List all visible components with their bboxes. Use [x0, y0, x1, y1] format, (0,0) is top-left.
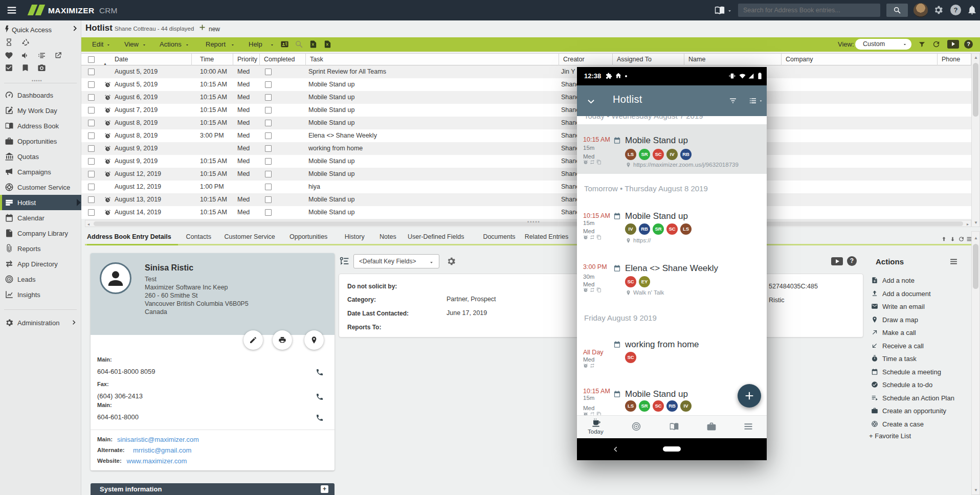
toolbar-refresh-icon[interactable]	[932, 40, 941, 49]
column-header-assigned-to[interactable]: Assigned To	[613, 54, 684, 65]
contact-avatar[interactable]	[100, 262, 131, 294]
divider-grip-dots[interactable]: •••••	[32, 78, 42, 83]
completed-checkbox[interactable]	[265, 209, 272, 216]
excel-export-icon[interactable]	[309, 40, 318, 49]
action-schedule-an-action-plan[interactable]: Schedule an Action Plan	[868, 393, 971, 404]
completed-checkbox[interactable]	[265, 107, 272, 114]
sidebar-item-address-book[interactable]: Address Book	[0, 118, 81, 133]
select-all-checkbox[interactable]	[88, 56, 95, 63]
menu-help[interactable]: Help	[249, 40, 262, 48]
expand-all-icon[interactable]	[941, 236, 947, 242]
view-options-caret-icon[interactable]	[759, 99, 763, 103]
hamburger-menu-icon[interactable]	[6, 5, 17, 16]
table-row[interactable]: August 9, 2019Medworking from homeShane …	[81, 142, 971, 155]
action-schedule-a-to-do[interactable]: Schedule a to-do	[868, 380, 971, 391]
edit-contact-button[interactable]	[243, 330, 263, 350]
search-input[interactable]	[738, 4, 880, 17]
avatar-chip-SC[interactable]: SC	[653, 400, 664, 412]
table-row[interactable]: August 5, 201910:15 AMMedMobile Stand up…	[81, 78, 971, 91]
sidebar-item-app-directory[interactable]: App Directory	[0, 256, 81, 272]
horizontal-scrollbar[interactable]: ◂ ▸ •••••	[85, 220, 971, 227]
scroll-left-icon[interactable]: ◂	[87, 222, 90, 227]
notifications-bell-icon[interactable]	[967, 5, 977, 15]
action-add-a-document[interactable]: Add a document	[868, 289, 971, 300]
toolbar-filter-icon[interactable]	[918, 40, 926, 48]
column-header-company[interactable]: Company	[782, 54, 938, 65]
detail-scroll-up-icon[interactable]: ▲	[974, 236, 978, 240]
add-task-fab[interactable]	[738, 384, 761, 408]
view-options-icon[interactable]	[748, 96, 758, 105]
sidebar-item-campaigns[interactable]: Campaigns	[0, 164, 81, 179]
bookmark-icon[interactable]	[21, 63, 30, 72]
avatar-chip-SC[interactable]: SC	[625, 352, 636, 363]
menu-view[interactable]: View	[124, 40, 139, 48]
expand-section-button[interactable]: +	[321, 485, 328, 493]
avatar-chip-IV[interactable]: IV	[625, 223, 636, 235]
avatar-chip-SC[interactable]: SC	[625, 276, 636, 287]
detail-vertical-scrollbar[interactable]: ▲ ▼	[971, 231, 980, 495]
table-row[interactable]: August 8, 201910:15 AMMedMobile Stand up…	[81, 117, 971, 129]
row-checkbox[interactable]	[88, 94, 95, 101]
refresh-panel-icon[interactable]	[958, 236, 965, 242]
action-receive-a-call[interactable]: Receive a call	[868, 341, 971, 352]
row-checkbox[interactable]	[88, 132, 95, 139]
avatar-chip-RB[interactable]: RB	[666, 400, 678, 412]
contact-card-icon[interactable]	[280, 40, 289, 49]
avatar-chip-SC[interactable]: SC	[666, 223, 678, 235]
row-checkbox[interactable]	[88, 171, 95, 177]
nav-opportunities-icon[interactable]	[706, 421, 717, 432]
favorite-list-link[interactable]: + Favorite List	[869, 432, 911, 440]
sidebar-item-company-library[interactable]: Company Library	[0, 226, 81, 241]
scroll-down-icon[interactable]: ▼	[974, 220, 978, 225]
toolbar-help-icon[interactable]: ?	[964, 40, 973, 49]
sidebar-item-insights[interactable]: Insights	[0, 287, 81, 302]
menu-caret-icon[interactable]	[230, 42, 235, 48]
nav-leads-icon[interactable]	[631, 421, 641, 432]
menu-caret-icon[interactable]	[106, 42, 111, 48]
row-checkbox[interactable]	[88, 145, 95, 152]
column-header-phone[interactable]: Phone	[938, 54, 971, 65]
item-location[interactable]: https://maximizer.zoom.us/j/9632018739	[633, 162, 739, 168]
row-checkbox[interactable]	[88, 158, 95, 165]
tab-customer-service[interactable]: Customer Service	[224, 233, 275, 244]
table-row[interactable]: August 13, 201910:15 AMMedMobile Stand u…	[81, 193, 971, 206]
tab-documents[interactable]: Documents	[483, 233, 515, 244]
completed-checkbox[interactable]	[265, 145, 272, 152]
android-home-pill[interactable]	[663, 446, 681, 452]
android-back-icon[interactable]	[612, 445, 619, 453]
tab-related-entries[interactable]: Related Entries	[525, 233, 568, 244]
table-row[interactable]: August 12, 20191:00 PMhiyaShane Cottreau	[81, 181, 971, 193]
hourglass-icon[interactable]	[5, 38, 13, 47]
grid-vertical-scrollbar[interactable]: ▲ ▼	[971, 53, 980, 227]
print-button[interactable]	[273, 330, 292, 350]
row-checkbox[interactable]	[88, 184, 95, 190]
map-button[interactable]	[304, 330, 324, 350]
table-row[interactable]: August 6, 201910:15 AMMedMobile Stand up…	[81, 91, 971, 104]
completed-checkbox[interactable]	[265, 171, 272, 177]
table-row[interactable]: August 9, 201910:15 AMMedMobile Stand up…	[81, 155, 971, 168]
excel-import-icon[interactable]	[323, 40, 332, 49]
sidebar-item-customer-service[interactable]: Customer Service	[0, 179, 81, 195]
item-location[interactable]: https://	[633, 237, 651, 243]
action-write-an-email[interactable]: Write an email	[868, 302, 971, 313]
avatar-chip-SR[interactable]: SR	[639, 149, 650, 160]
module-caret-icon[interactable]	[727, 8, 732, 14]
completed-checkbox[interactable]	[265, 94, 272, 101]
sidebar-item-reports[interactable]: Reports	[0, 241, 81, 256]
sidebar-item-calendar[interactable]: Calendar	[0, 210, 81, 226]
table-row[interactable]: August 8, 20193:00 PMMedElena <> Shane W…	[81, 129, 971, 142]
detail-scroll-down-icon[interactable]: ▼	[974, 488, 978, 492]
email-link[interactable]: mrristic@gmail.com	[133, 446, 191, 454]
key-fields-selector[interactable]: <Default Key Fields>	[353, 254, 439, 268]
completed-checkbox[interactable]	[265, 69, 272, 75]
scroll-up-icon[interactable]: ▲	[974, 55, 978, 60]
search-contact-icon[interactable]	[295, 40, 303, 49]
search-button[interactable]	[886, 4, 908, 17]
recycle-icon[interactable]	[21, 38, 30, 47]
avatar-chip-SR[interactable]: SR	[653, 223, 664, 235]
user-avatar[interactable]	[914, 3, 928, 17]
completed-checkbox[interactable]	[265, 81, 272, 88]
nav-today-icon[interactable]	[591, 418, 601, 428]
row-checkbox[interactable]	[88, 69, 95, 75]
avatar-chip-LS[interactable]: LS	[680, 223, 692, 235]
